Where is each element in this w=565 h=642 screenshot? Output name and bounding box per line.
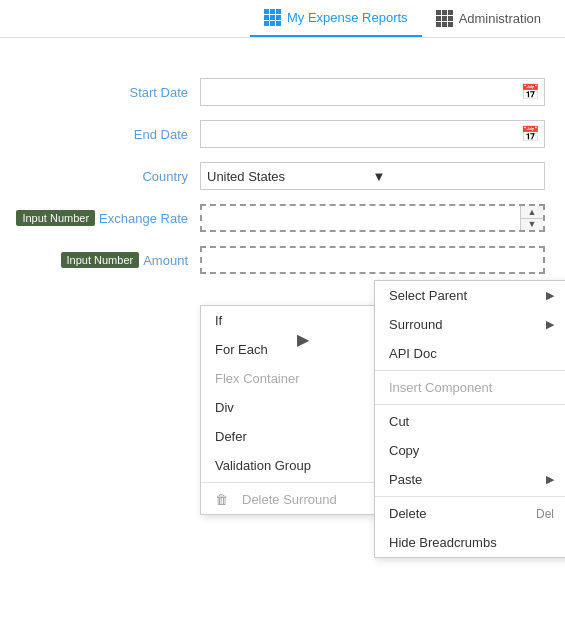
exchange-rate-label: Exchange Rate xyxy=(99,211,188,226)
ctx-divider-left xyxy=(201,482,374,483)
ctx-paste-arrow: ▶ xyxy=(546,473,554,486)
ctx-select-parent-label: Select Parent xyxy=(389,288,467,303)
ctx-for-each[interactable]: For Each xyxy=(201,335,374,364)
ctx-delete[interactable]: Delete Del xyxy=(375,499,565,528)
spin-up-button[interactable]: ▲ xyxy=(521,206,543,219)
ctx-insert-component-label: Insert Component xyxy=(389,380,492,395)
ctx-surround[interactable]: Surround ▶ xyxy=(375,310,565,339)
nav-administration[interactable]: Administration xyxy=(422,0,555,37)
my-expense-reports-label: My Expense Reports xyxy=(287,10,408,25)
end-date-field[interactable] xyxy=(201,121,544,147)
spin-down-button[interactable]: ▼ xyxy=(521,219,543,231)
ctx-surround-label: Surround xyxy=(389,317,442,332)
ctx-divider-right-3 xyxy=(375,496,565,497)
start-date-label: Start Date xyxy=(0,85,200,100)
ctx-api-doc-label: API Doc xyxy=(389,346,437,361)
ctx-copy[interactable]: Copy xyxy=(375,436,565,465)
amount-label: Amount xyxy=(143,253,188,268)
country-value: United States xyxy=(207,169,373,184)
country-row: Country United States ▼ xyxy=(0,162,565,190)
ctx-defer-label: Defer xyxy=(215,429,247,444)
ctx-divider-right-2 xyxy=(375,404,565,405)
amount-row: Input Number Amount xyxy=(0,246,565,274)
exchange-rate-input[interactable]: ▲ ▼ xyxy=(200,204,545,232)
ctx-if[interactable]: If xyxy=(201,306,374,335)
spin-buttons: ▲ ▼ xyxy=(520,206,543,230)
exchange-rate-label-area: Input Number Exchange Rate xyxy=(0,210,200,226)
ctx-copy-label: Copy xyxy=(389,443,419,458)
end-date-row: End Date 📅 xyxy=(0,120,565,148)
start-date-row: Start Date 📅 xyxy=(0,78,565,106)
ctx-divider-right-1 xyxy=(375,370,565,371)
amount-label-area: Input Number Amount xyxy=(0,252,200,268)
trash-icon: 🗑 xyxy=(215,492,228,507)
ctx-if-label: If xyxy=(215,313,222,328)
ctx-surround-arrow: ▶ xyxy=(546,318,554,331)
ctx-paste-label: Paste xyxy=(389,472,422,487)
ctx-delete-surround-label: Delete Surround xyxy=(242,492,337,507)
form-area: Start Date 📅 End Date 📅 Country United S… xyxy=(0,38,565,274)
input-number-badge-2: Input Number xyxy=(61,252,140,268)
ctx-select-parent-arrow: ▶ xyxy=(546,289,554,302)
ctx-select-parent[interactable]: Select Parent ▶ xyxy=(375,281,565,310)
ctx-div-label: Div xyxy=(215,400,234,415)
start-date-calendar-icon[interactable]: 📅 xyxy=(521,83,540,101)
ctx-div[interactable]: Div xyxy=(201,393,374,422)
end-date-label: End Date xyxy=(0,127,200,142)
ctx-validation-group-label: Validation Group xyxy=(215,458,311,473)
dropdown-arrow-icon: ▼ xyxy=(373,169,539,184)
ctx-api-doc[interactable]: API Doc xyxy=(375,339,565,368)
ctx-delete-surround: 🗑 Delete Surround xyxy=(201,485,374,514)
country-select[interactable]: United States ▼ xyxy=(200,162,545,190)
amount-input[interactable] xyxy=(200,246,545,274)
ctx-hide-breadcrumbs[interactable]: Hide Breadcrumbs xyxy=(375,528,565,557)
ctx-paste[interactable]: Paste ▶ xyxy=(375,465,565,494)
grid-icon xyxy=(264,9,281,26)
ctx-flex-container: Flex Container xyxy=(201,364,374,393)
exchange-rate-field[interactable] xyxy=(202,206,493,230)
ctx-validation-group[interactable]: Validation Group xyxy=(201,451,374,480)
top-nav: My Expense Reports Administration xyxy=(0,0,565,38)
administration-label: Administration xyxy=(459,11,541,26)
input-number-badge-1: Input Number xyxy=(16,210,95,226)
end-date-calendar-icon[interactable]: 📅 xyxy=(521,125,540,143)
end-date-input[interactable]: 📅 xyxy=(200,120,545,148)
exchange-rate-row: Input Number Exchange Rate ▲ ▼ xyxy=(0,204,565,232)
nav-my-expense-reports[interactable]: My Expense Reports xyxy=(250,0,422,37)
start-date-field[interactable] xyxy=(201,79,544,105)
ctx-cut[interactable]: Cut xyxy=(375,407,565,436)
ctx-insert-component: Insert Component xyxy=(375,373,565,402)
context-menu-left: If For Each Flex Container Div Defer Val… xyxy=(200,305,375,515)
ctx-defer[interactable]: Defer xyxy=(201,422,374,451)
ctx-delete-label: Delete xyxy=(389,506,427,521)
start-date-input[interactable]: 📅 xyxy=(200,78,545,106)
ctx-delete-shortcut: Del xyxy=(536,507,554,521)
ctx-hide-breadcrumbs-label: Hide Breadcrumbs xyxy=(389,535,497,550)
context-menu-right: Select Parent ▶ Surround ▶ API Doc Inser… xyxy=(374,280,565,558)
ctx-flex-container-label: Flex Container xyxy=(215,371,300,386)
grid-icon-2 xyxy=(436,10,453,27)
ctx-cut-label: Cut xyxy=(389,414,409,429)
country-label: Country xyxy=(0,169,200,184)
ctx-for-each-label: For Each xyxy=(215,342,268,357)
